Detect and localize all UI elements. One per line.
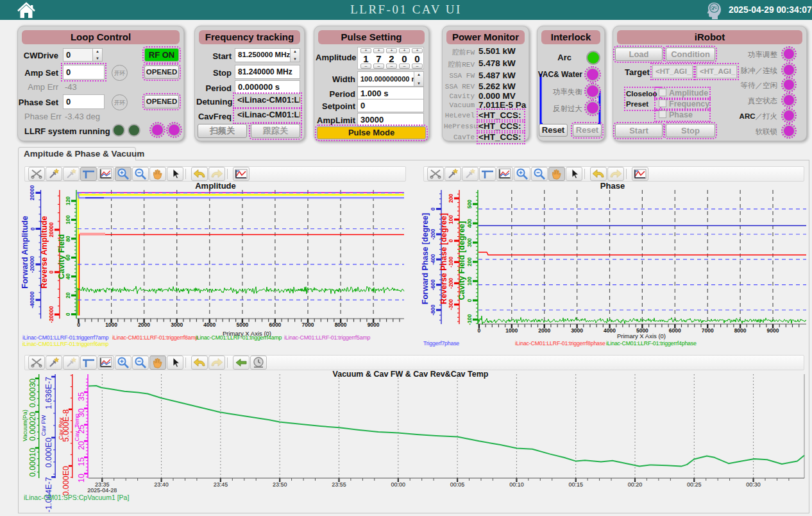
svg-text:iLinac-CM01:LLRF-01:triggerrf6: iLinac-CM01:LLRF-01:triggerrf6amp xyxy=(22,341,109,347)
svg-text:100: 100 xyxy=(65,215,71,224)
svg-text:23:50: 23:50 xyxy=(273,481,287,488)
svg-text:2000: 2000 xyxy=(138,322,150,328)
svg-text:Vacuum & Cav FW & Cav Rev&Cav: Vacuum & Cav FW & Cav Rev&Cav Temp xyxy=(333,371,489,379)
svg-text:23:40: 23:40 xyxy=(154,481,169,488)
svg-text:0.00030: 0.00030 xyxy=(28,379,37,408)
svg-text:3000: 3000 xyxy=(571,327,583,334)
svg-text:Vacuum(Pa): Vacuum(Pa) xyxy=(22,409,28,441)
svg-text:8000: 8000 xyxy=(335,322,347,328)
svg-text:500: 500 xyxy=(466,200,473,209)
svg-text:0: 0 xyxy=(466,298,473,302)
svg-text:Cav FW: Cav FW xyxy=(40,415,47,436)
svg-text:iLinac-CM01:LLRF-01:triggerrf8: iLinac-CM01:LLRF-01:triggerrf8amp xyxy=(112,334,199,341)
svg-text:35: 35 xyxy=(77,392,86,401)
svg-text:-40000: -40000 xyxy=(30,291,36,309)
svg-text:-800: -800 xyxy=(430,304,436,315)
svg-text:1.636E-7: 1.636E-7 xyxy=(44,377,53,409)
svg-text:10: 10 xyxy=(77,474,86,483)
svg-text:0.000E0: 0.000E0 xyxy=(44,438,53,468)
svg-text:-20000: -20000 xyxy=(30,255,36,273)
svg-text:8000: 8000 xyxy=(734,327,747,334)
svg-text:23:45: 23:45 xyxy=(214,481,228,488)
svg-text:2000: 2000 xyxy=(538,327,550,334)
svg-text:6000: 6000 xyxy=(269,322,281,328)
svg-text:00:10: 00:10 xyxy=(509,481,524,488)
svg-text:5000: 5000 xyxy=(236,322,248,328)
svg-text:23:55: 23:55 xyxy=(332,481,346,488)
svg-text:Cavity Field: Cavity Field xyxy=(57,234,66,279)
svg-text:Phase: Phase xyxy=(600,182,625,191)
svg-text:-200: -200 xyxy=(430,228,436,239)
svg-text:-20000: -20000 xyxy=(48,305,55,323)
svg-text:iLinac-CM01:LLRF-01:triggerrf4: iLinac-CM01:LLRF-01:triggerrf4phase xyxy=(606,340,697,347)
svg-text:-400: -400 xyxy=(430,254,436,264)
svg-text:Forward Amplitude: Forward Amplitude xyxy=(21,216,30,288)
svg-text:400: 400 xyxy=(466,219,473,228)
svg-text:00:15: 00:15 xyxy=(568,481,583,488)
svg-text:100: 100 xyxy=(466,277,473,286)
svg-text:0: 0 xyxy=(430,207,436,211)
svg-text:iLinac-CM01:SPS:CpVacuum1 [Pa]: iLinac-CM01:SPS:CpVacuum1 [Pa] xyxy=(24,494,129,501)
svg-text:iLinac-CM01:LLRF-01:triggerrf8: iLinac-CM01:LLRF-01:triggerrf8phase xyxy=(515,340,605,347)
svg-text:0: 0 xyxy=(65,313,71,316)
svg-text:20000: 20000 xyxy=(30,185,36,200)
svg-text:00:30: 00:30 xyxy=(746,481,761,488)
svg-text:Primary X Axis (0): Primary X Axis (0) xyxy=(617,332,666,340)
svg-text:-600: -600 xyxy=(430,279,436,290)
svg-text:Forward Phase [degree]: Forward Phase [degree] xyxy=(421,213,430,304)
svg-text:Reverse Amplitude: Reverse Amplitude xyxy=(40,216,49,289)
svg-text:100: 100 xyxy=(448,215,454,224)
svg-text:20000: 20000 xyxy=(48,222,55,237)
svg-text:0: 0 xyxy=(448,239,454,243)
svg-text:9000: 9000 xyxy=(368,322,380,328)
svg-text:15: 15 xyxy=(77,458,86,467)
svg-text:0: 0 xyxy=(48,270,55,273)
svg-text:4000: 4000 xyxy=(203,322,216,328)
svg-text:3000: 3000 xyxy=(171,322,183,328)
svg-text:0: 0 xyxy=(30,227,36,230)
svg-text:Cav Rev: Cav Rev xyxy=(58,417,64,440)
svg-text:Cav_Temp: Cav_Temp xyxy=(74,413,80,441)
svg-text:iLinac-CM01:LLRF-01:triggerrf4: iLinac-CM01:LLRF-01:triggerrf4amp xyxy=(196,334,282,341)
svg-text:Amplitude: Amplitude xyxy=(195,182,236,191)
svg-text:0: 0 xyxy=(77,322,80,328)
svg-text:20: 20 xyxy=(65,292,71,298)
svg-text:6000: 6000 xyxy=(669,327,681,334)
svg-text:0.000E0: 0.000E0 xyxy=(62,466,71,496)
svg-text:-200: -200 xyxy=(448,278,454,289)
svg-text:00:00: 00:00 xyxy=(391,481,406,488)
svg-text:2025-04-28: 2025-04-28 xyxy=(87,487,117,494)
svg-text:0.00010: 0.00010 xyxy=(28,448,37,477)
svg-text:-300: -300 xyxy=(448,299,454,310)
svg-text:1000: 1000 xyxy=(505,327,518,334)
svg-text:00:25: 00:25 xyxy=(687,481,702,488)
svg-text:Triggerf7phase: Triggerf7phase xyxy=(423,340,459,347)
svg-text:300: 300 xyxy=(466,238,473,247)
svg-text:7000: 7000 xyxy=(302,322,314,328)
svg-text:00:20: 00:20 xyxy=(628,481,643,488)
svg-text:Cavity Field [degree]: Cavity Field [degree] xyxy=(457,221,466,300)
svg-text:200: 200 xyxy=(448,194,454,203)
svg-text:0.00020: 0.00020 xyxy=(28,412,37,441)
svg-text:1000: 1000 xyxy=(105,322,117,328)
svg-text:200: 200 xyxy=(466,257,473,266)
svg-text:-100: -100 xyxy=(466,314,473,325)
svg-text:Reverse Phase [degree]: Reverse Phase [degree] xyxy=(439,213,448,304)
svg-text:-100: -100 xyxy=(448,257,454,268)
svg-text:9000: 9000 xyxy=(767,327,779,334)
svg-text:4000: 4000 xyxy=(604,327,616,334)
svg-text:iLinac-CM01:LLRF-01:triggerrf5: iLinac-CM01:LLRF-01:triggerrf5amp xyxy=(284,334,371,341)
svg-text:20: 20 xyxy=(77,441,86,450)
svg-text:00:05: 00:05 xyxy=(450,481,465,488)
svg-text:iLinac-CM01:LLRF-01:triggerrf7: iLinac-CM01:LLRF-01:triggerrf7amp xyxy=(22,334,109,341)
svg-text:120: 120 xyxy=(65,196,71,205)
svg-text:0: 0 xyxy=(478,327,481,334)
svg-text:7000: 7000 xyxy=(702,327,714,334)
